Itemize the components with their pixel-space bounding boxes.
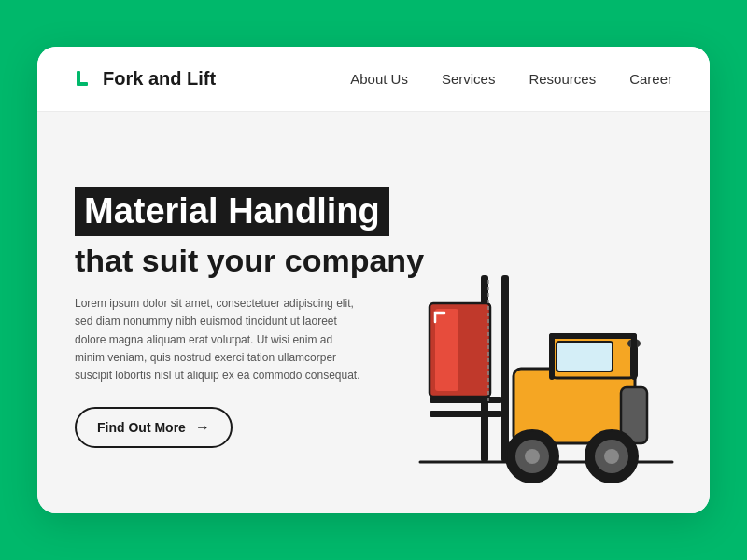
- svg-point-18: [525, 449, 540, 464]
- svg-rect-21: [549, 333, 637, 339]
- svg-rect-5: [557, 342, 613, 371]
- svg-rect-22: [549, 333, 555, 380]
- svg-rect-23: [631, 333, 637, 380]
- navigation: About Us Services Resources Career: [350, 71, 672, 87]
- logo-area: Fork and Lift: [75, 68, 216, 90]
- find-out-more-button[interactable]: Find Out More →: [75, 407, 233, 448]
- main-card: Fork and Lift About Us Services Resource…: [37, 47, 710, 513]
- header: Fork and Lift About Us Services Resource…: [37, 47, 710, 112]
- headline-sub: that suit your company: [75, 242, 448, 280]
- svg-rect-7: [501, 275, 509, 462]
- headline-block: Material Handling that suit your company: [75, 187, 448, 280]
- headline-highlight: Material Handling: [75, 187, 389, 237]
- cta-label: Find Out More: [97, 420, 186, 435]
- logo-text: Fork and Lift: [103, 68, 216, 90]
- nav-about[interactable]: About Us: [350, 71, 408, 87]
- logo-icon: [75, 69, 95, 90]
- svg-rect-0: [77, 71, 80, 84]
- nav-services[interactable]: Services: [442, 71, 496, 87]
- hero-description: Lorem ipsum dolor sit amet, consectetuer…: [75, 295, 364, 385]
- hero-section: Material Handling that suit your company…: [37, 112, 710, 513]
- svg-rect-1: [77, 82, 88, 86]
- arrow-icon: →: [195, 419, 210, 436]
- svg-point-15: [604, 449, 619, 464]
- nav-career[interactable]: Career: [629, 71, 672, 87]
- nav-resources[interactable]: Resources: [529, 71, 596, 87]
- hero-content: Material Handling that suit your company…: [75, 187, 448, 448]
